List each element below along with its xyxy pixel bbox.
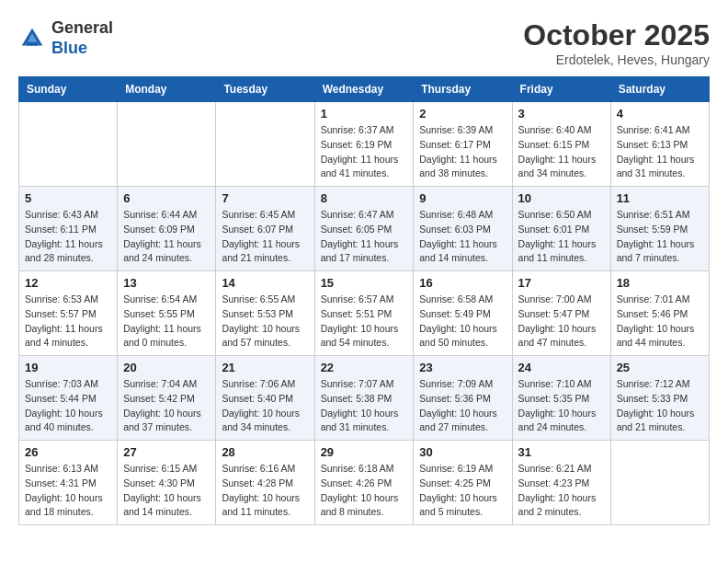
day-number: 10 [518,191,605,205]
day-number: 19 [25,361,111,374]
logo-general: General [51,18,113,39]
day-number: 23 [419,361,506,374]
location-subtitle: Erdotelek, Heves, Hungary [523,52,710,67]
logo-icon [18,25,46,52]
day-cell [610,441,709,525]
day-cell: 4Sunrise: 6:41 AMSunset: 6:13 PMDaylight… [610,102,709,187]
day-number: 26 [25,445,111,459]
day-cell: 6Sunrise: 6:44 AMSunset: 6:09 PMDaylight… [118,187,216,271]
day-cell: 25Sunrise: 7:12 AMSunset: 5:33 PMDayligh… [610,356,709,441]
day-cell: 16Sunrise: 6:58 AMSunset: 5:49 PMDayligh… [414,271,512,356]
day-cell: 17Sunrise: 7:00 AMSunset: 5:47 PMDayligh… [512,271,610,356]
day-number: 31 [518,445,605,459]
day-info: Sunrise: 7:10 AMSunset: 5:35 PMDaylight:… [518,377,605,435]
day-info: Sunrise: 7:07 AMSunset: 5:38 PMDaylight:… [321,377,408,435]
week-row-1: 1Sunrise: 6:37 AMSunset: 6:19 PMDaylight… [19,102,710,187]
day-info: Sunrise: 7:04 AMSunset: 5:42 PMDaylight:… [123,377,210,435]
day-cell: 23Sunrise: 7:09 AMSunset: 5:36 PMDayligh… [414,356,512,441]
day-number: 25 [617,361,703,374]
day-number: 2 [419,107,506,121]
day-cell: 3Sunrise: 6:40 AMSunset: 6:15 PMDaylight… [512,102,610,187]
weekday-header-saturday: Saturday [610,77,709,102]
day-cell [118,102,216,187]
day-info: Sunrise: 6:58 AMSunset: 5:49 PMDaylight:… [419,293,506,350]
day-info: Sunrise: 6:39 AMSunset: 6:17 PMDaylight:… [419,123,506,181]
day-cell: 28Sunrise: 6:16 AMSunset: 4:28 PMDayligh… [216,441,314,525]
day-cell: 5Sunrise: 6:43 AMSunset: 6:11 PMDaylight… [19,187,118,271]
day-number: 11 [617,191,703,205]
day-number: 6 [123,191,210,205]
title-block: October 2025 Erdotelek, Heves, Hungary [523,18,710,67]
svg-rect-2 [27,41,38,45]
day-number: 18 [617,276,703,290]
day-number: 4 [617,107,703,121]
day-info: Sunrise: 6:53 AMSunset: 5:57 PMDaylight:… [25,293,111,350]
day-cell: 29Sunrise: 6:18 AMSunset: 4:26 PMDayligh… [314,441,414,525]
day-number: 3 [518,107,605,121]
weekday-header-sunday: Sunday [19,77,118,102]
logo: General Blue [18,18,113,58]
day-cell: 14Sunrise: 6:55 AMSunset: 5:53 PMDayligh… [216,271,314,356]
weekday-header-tuesday: Tuesday [216,77,314,102]
day-cell: 15Sunrise: 6:57 AMSunset: 5:51 PMDayligh… [314,271,414,356]
day-number: 24 [518,361,605,374]
weekday-header-thursday: Thursday [414,77,512,102]
day-cell: 27Sunrise: 6:15 AMSunset: 4:30 PMDayligh… [118,441,216,525]
day-info: Sunrise: 6:54 AMSunset: 5:55 PMDaylight:… [123,293,210,350]
header-row: SundayMondayTuesdayWednesdayThursdayFrid… [19,77,710,102]
day-cell [216,102,314,187]
day-cell: 18Sunrise: 7:01 AMSunset: 5:46 PMDayligh… [610,271,709,356]
month-title: October 2025 [523,18,710,52]
day-cell: 31Sunrise: 6:21 AMSunset: 4:23 PMDayligh… [512,441,610,525]
day-cell: 11Sunrise: 6:51 AMSunset: 5:59 PMDayligh… [610,187,709,271]
day-number: 29 [321,445,408,459]
day-info: Sunrise: 6:45 AMSunset: 6:07 PMDaylight:… [222,208,308,266]
day-cell: 22Sunrise: 7:07 AMSunset: 5:38 PMDayligh… [314,356,414,441]
day-info: Sunrise: 7:06 AMSunset: 5:40 PMDaylight:… [222,377,308,435]
page-container: General Blue October 2025 Erdotelek, Hev… [18,18,710,525]
day-cell: 21Sunrise: 7:06 AMSunset: 5:40 PMDayligh… [216,356,314,441]
day-info: Sunrise: 7:09 AMSunset: 5:36 PMDaylight:… [419,377,506,435]
day-cell: 8Sunrise: 6:47 AMSunset: 6:05 PMDaylight… [314,187,414,271]
day-info: Sunrise: 6:19 AMSunset: 4:25 PMDaylight:… [419,462,506,520]
day-number: 12 [25,276,111,290]
weekday-header-wednesday: Wednesday [314,77,414,102]
day-cell: 7Sunrise: 6:45 AMSunset: 6:07 PMDaylight… [216,187,314,271]
day-info: Sunrise: 6:16 AMSunset: 4:28 PMDaylight:… [222,462,308,520]
day-number: 21 [222,361,308,374]
day-info: Sunrise: 6:47 AMSunset: 6:05 PMDaylight:… [321,208,408,266]
day-info: Sunrise: 7:03 AMSunset: 5:44 PMDaylight:… [25,377,111,435]
day-cell: 2Sunrise: 6:39 AMSunset: 6:17 PMDaylight… [414,102,512,187]
day-number: 27 [123,445,210,459]
day-number: 13 [123,276,210,290]
day-cell: 9Sunrise: 6:48 AMSunset: 6:03 PMDaylight… [414,187,512,271]
day-number: 30 [419,445,506,459]
day-cell: 30Sunrise: 6:19 AMSunset: 4:25 PMDayligh… [414,441,512,525]
week-row-4: 19Sunrise: 7:03 AMSunset: 5:44 PMDayligh… [19,356,710,441]
week-row-2: 5Sunrise: 6:43 AMSunset: 6:11 PMDaylight… [19,187,710,271]
day-number: 17 [518,276,605,290]
calendar-table: SundayMondayTuesdayWednesdayThursdayFrid… [18,76,710,525]
day-cell: 20Sunrise: 7:04 AMSunset: 5:42 PMDayligh… [118,356,216,441]
logo-blue: Blue [51,39,113,59]
day-number: 16 [419,276,506,290]
day-info: Sunrise: 6:43 AMSunset: 6:11 PMDaylight:… [25,208,111,266]
day-info: Sunrise: 7:00 AMSunset: 5:47 PMDaylight:… [518,293,605,350]
day-info: Sunrise: 6:15 AMSunset: 4:30 PMDaylight:… [123,462,210,520]
day-cell: 19Sunrise: 7:03 AMSunset: 5:44 PMDayligh… [19,356,118,441]
day-number: 5 [25,191,111,205]
day-number: 1 [321,107,408,121]
week-row-5: 26Sunrise: 6:13 AMSunset: 4:31 PMDayligh… [19,441,710,525]
day-info: Sunrise: 6:44 AMSunset: 6:09 PMDaylight:… [123,208,210,266]
weekday-header-friday: Friday [512,77,610,102]
day-number: 28 [222,445,308,459]
day-info: Sunrise: 6:13 AMSunset: 4:31 PMDaylight:… [25,462,111,520]
day-info: Sunrise: 6:48 AMSunset: 6:03 PMDaylight:… [419,208,506,266]
day-info: Sunrise: 6:21 AMSunset: 4:23 PMDaylight:… [518,462,605,520]
day-cell: 24Sunrise: 7:10 AMSunset: 5:35 PMDayligh… [512,356,610,441]
day-number: 14 [222,276,308,290]
day-info: Sunrise: 6:40 AMSunset: 6:15 PMDaylight:… [518,123,605,181]
header: General Blue October 2025 Erdotelek, Hev… [18,18,710,67]
logo-text: General Blue [51,18,113,58]
day-info: Sunrise: 7:01 AMSunset: 5:46 PMDaylight:… [617,293,703,350]
